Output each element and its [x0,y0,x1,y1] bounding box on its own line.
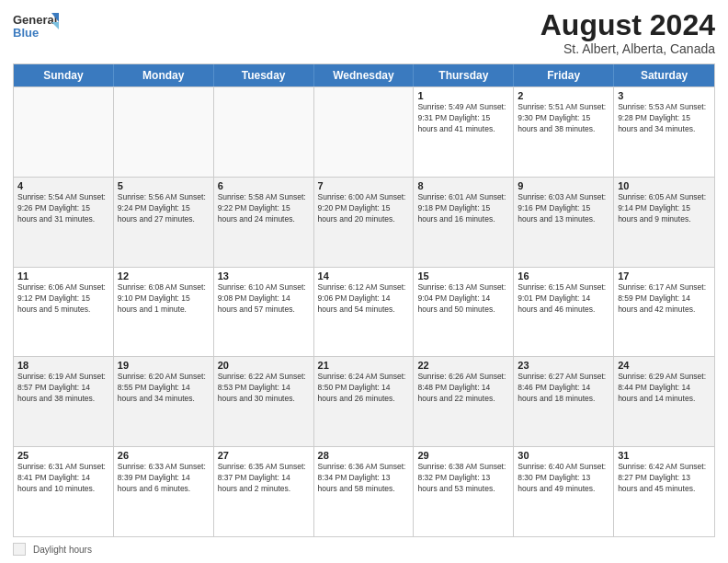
day-number: 17 [618,270,711,282]
calendar-cell: 3Sunrise: 5:53 AM Sunset: 9:28 PM Daylig… [614,87,714,177]
calendar-header-cell: Wednesday [314,64,415,86]
day-number: 8 [417,180,509,191]
day-number: 15 [417,270,509,282]
day-number: 19 [118,360,210,371]
calendar-header-cell: Sunday [14,64,114,86]
calendar-cell: 5Sunrise: 5:56 AM Sunset: 9:24 PM Daylig… [114,178,214,267]
day-number: 26 [118,450,210,461]
day-info: Sunrise: 5:49 AM Sunset: 9:31 PM Dayligh… [417,102,509,135]
day-number: 25 [17,450,109,461]
footer: Daylight hours [13,543,715,556]
day-info: Sunrise: 5:56 AM Sunset: 9:24 PM Dayligh… [118,192,210,225]
day-number: 22 [417,360,509,371]
day-number: 7 [318,180,410,191]
day-number: 18 [17,360,109,371]
day-number: 4 [17,180,109,191]
calendar-row: 11Sunrise: 6:06 AM Sunset: 9:12 PM Dayli… [14,267,714,357]
calendar-cell: 18Sunrise: 6:19 AM Sunset: 8:57 PM Dayli… [14,357,114,446]
day-number: 24 [618,360,711,371]
day-info: Sunrise: 6:36 AM Sunset: 8:34 PM Dayligh… [318,462,410,495]
calendar-cell: 20Sunrise: 6:22 AM Sunset: 8:53 PM Dayli… [214,357,314,446]
day-number: 20 [218,360,310,371]
day-info: Sunrise: 6:26 AM Sunset: 8:48 PM Dayligh… [417,372,509,405]
calendar-body: 1Sunrise: 5:49 AM Sunset: 9:31 PM Daylig… [14,86,714,536]
day-number: 12 [118,270,210,282]
calendar-header-cell: Thursday [414,64,514,86]
day-number: 1 [417,90,509,101]
day-number: 23 [518,360,609,371]
calendar-cell [214,87,314,177]
subtitle: St. Albert, Alberta, Canada [540,41,715,56]
calendar-cell: 10Sunrise: 6:05 AM Sunset: 9:14 PM Dayli… [614,178,714,267]
calendar-cell: 27Sunrise: 6:35 AM Sunset: 8:37 PM Dayli… [214,447,314,536]
day-info: Sunrise: 6:06 AM Sunset: 9:12 PM Dayligh… [17,282,109,316]
month-title: August 2024 [540,9,715,41]
calendar-cell: 2Sunrise: 5:51 AM Sunset: 9:30 PM Daylig… [514,87,614,177]
calendar-cell: 22Sunrise: 6:26 AM Sunset: 8:48 PM Dayli… [414,357,514,446]
day-info: Sunrise: 5:54 AM Sunset: 9:26 PM Dayligh… [17,192,109,225]
day-info: Sunrise: 6:22 AM Sunset: 8:53 PM Dayligh… [218,372,310,405]
day-number: 13 [218,270,310,282]
legend-box [13,543,26,556]
calendar-cell: 8Sunrise: 6:01 AM Sunset: 9:18 PM Daylig… [414,178,514,267]
day-info: Sunrise: 6:03 AM Sunset: 9:16 PM Dayligh… [518,192,609,225]
day-number: 10 [618,180,711,191]
calendar-cell: 12Sunrise: 6:08 AM Sunset: 9:10 PM Dayli… [114,268,214,357]
calendar-cell [14,87,114,177]
calendar-cell: 9Sunrise: 6:03 AM Sunset: 9:16 PM Daylig… [514,178,614,267]
day-info: Sunrise: 6:01 AM Sunset: 9:18 PM Dayligh… [417,192,509,225]
calendar-cell: 30Sunrise: 6:40 AM Sunset: 8:30 PM Dayli… [514,447,614,536]
calendar-header-cell: Friday [514,64,614,86]
day-number: 29 [417,450,509,461]
calendar-cell: 21Sunrise: 6:24 AM Sunset: 8:50 PM Dayli… [314,357,415,446]
calendar-cell: 19Sunrise: 6:20 AM Sunset: 8:55 PM Dayli… [114,357,214,446]
calendar-header: SundayMondayTuesdayWednesdayThursdayFrid… [14,64,714,86]
calendar-cell: 29Sunrise: 6:38 AM Sunset: 8:32 PM Dayli… [414,447,514,536]
day-info: Sunrise: 6:12 AM Sunset: 9:06 PM Dayligh… [318,282,410,316]
legend-label: Daylight hours [33,545,92,555]
calendar-cell: 1Sunrise: 5:49 AM Sunset: 9:31 PM Daylig… [414,87,514,177]
calendar-header-cell: Saturday [614,64,714,86]
day-info: Sunrise: 6:05 AM Sunset: 9:14 PM Dayligh… [618,192,711,225]
calendar-cell: 6Sunrise: 5:58 AM Sunset: 9:22 PM Daylig… [214,178,314,267]
day-number: 21 [318,360,410,371]
day-info: Sunrise: 5:51 AM Sunset: 9:30 PM Dayligh… [518,102,609,135]
calendar-cell [314,87,415,177]
logo: General Blue [13,9,59,44]
day-number: 2 [518,90,609,101]
header: General Blue August 2024 St. Albert, Alb… [13,9,715,56]
calendar-cell: 31Sunrise: 6:42 AM Sunset: 8:27 PM Dayli… [614,447,714,536]
day-number: 14 [318,270,410,282]
day-info: Sunrise: 5:53 AM Sunset: 9:28 PM Dayligh… [618,102,711,135]
day-info: Sunrise: 6:15 AM Sunset: 9:01 PM Dayligh… [518,282,609,316]
day-number: 30 [518,450,609,461]
calendar-cell: 13Sunrise: 6:10 AM Sunset: 9:08 PM Dayli… [214,268,314,357]
day-info: Sunrise: 6:35 AM Sunset: 8:37 PM Dayligh… [218,462,310,495]
day-info: Sunrise: 6:17 AM Sunset: 8:59 PM Dayligh… [618,282,711,316]
day-number: 31 [618,450,711,461]
day-number: 16 [518,270,609,282]
page: General Blue August 2024 St. Albert, Alb… [0,0,728,563]
day-info: Sunrise: 6:33 AM Sunset: 8:39 PM Dayligh… [118,462,210,495]
calendar-row: 18Sunrise: 6:19 AM Sunset: 8:57 PM Dayli… [14,356,714,446]
calendar-header-cell: Tuesday [214,64,314,86]
calendar-cell: 11Sunrise: 6:06 AM Sunset: 9:12 PM Dayli… [14,268,114,357]
calendar-cell: 23Sunrise: 6:27 AM Sunset: 8:46 PM Dayli… [514,357,614,446]
day-info: Sunrise: 6:08 AM Sunset: 9:10 PM Dayligh… [118,282,210,316]
calendar-cell: 16Sunrise: 6:15 AM Sunset: 9:01 PM Dayli… [514,268,614,357]
day-info: Sunrise: 6:13 AM Sunset: 9:04 PM Dayligh… [417,282,509,316]
calendar-header-cell: Monday [114,64,214,86]
day-info: Sunrise: 6:27 AM Sunset: 8:46 PM Dayligh… [518,372,609,405]
calendar-cell: 26Sunrise: 6:33 AM Sunset: 8:39 PM Dayli… [114,447,214,536]
day-number: 6 [218,180,310,191]
day-info: Sunrise: 6:40 AM Sunset: 8:30 PM Dayligh… [518,462,609,495]
day-info: Sunrise: 6:20 AM Sunset: 8:55 PM Dayligh… [118,372,210,405]
calendar-cell: 28Sunrise: 6:36 AM Sunset: 8:34 PM Dayli… [314,447,415,536]
day-info: Sunrise: 6:31 AM Sunset: 8:41 PM Dayligh… [17,462,109,495]
calendar: SundayMondayTuesdayWednesdayThursdayFrid… [13,63,715,537]
calendar-cell: 7Sunrise: 6:00 AM Sunset: 9:20 PM Daylig… [314,178,415,267]
title-block: August 2024 St. Albert, Alberta, Canada [540,9,715,56]
day-number: 11 [17,270,109,282]
day-number: 28 [318,450,410,461]
calendar-row: 25Sunrise: 6:31 AM Sunset: 8:41 PM Dayli… [14,446,714,536]
